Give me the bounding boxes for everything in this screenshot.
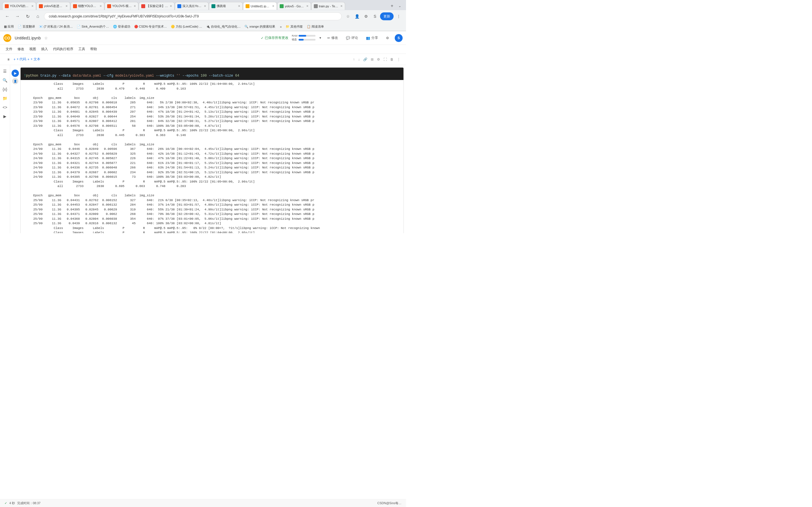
new-tab-button[interactable]: + (389, 2, 396, 10)
bookmark-item-11[interactable]: 📋阅读清单 (305, 24, 326, 29)
address-input[interactable] (44, 12, 342, 20)
comment-button[interactable]: 💬 评论 (344, 34, 360, 41)
move-up-button[interactable]: ↑ (352, 57, 356, 62)
back-button[interactable]: ← (3, 12, 11, 20)
menu-item-4[interactable]: 代码执行程序 (51, 46, 75, 53)
tab-tab5[interactable]: 【实验记录】… ✕ (139, 2, 174, 10)
profile-button[interactable]: 👤 (353, 12, 361, 20)
menu-item-1[interactable]: 修改 (15, 46, 27, 53)
bookmark-item-9[interactable]: » (277, 24, 283, 29)
search-icon[interactable]: 🔍 (1, 76, 9, 84)
link-button[interactable]: 🔗 (362, 57, 368, 62)
tab-tab7[interactable]: 佛跳墙 ✕ (209, 2, 243, 10)
ram-dropdown-button[interactable]: ▼ (319, 36, 322, 40)
bookmark-item-10[interactable]: 📁其他书签 (284, 24, 305, 29)
tab-close-tab10[interactable]: ✕ (340, 4, 343, 8)
tab-close-tab6[interactable]: ✕ (204, 4, 206, 8)
run-cell-button[interactable]: ▶ (11, 69, 19, 77)
cell-input[interactable]: !python train.py --data data/data.yaml -… (20, 68, 403, 80)
bookmark-icon-3: 📄 (77, 25, 81, 29)
cell-body: !python train.py --data data/data.yaml -… (20, 67, 404, 233)
tab-label-tab10: train.py - Te… (319, 4, 339, 8)
code-icon[interactable]: <> (1, 103, 9, 111)
tab-tab6[interactable]: 深入浅出Yo… ✕ (175, 2, 209, 10)
menu-item-5[interactable]: 工具 (76, 46, 87, 53)
disk-bar-outer (299, 39, 315, 41)
expand-button[interactable]: ⛶ (382, 57, 388, 62)
disk-label: 磁盘 (292, 38, 297, 41)
tab-tab9[interactable]: yolov5 - Go… ✕ (277, 2, 311, 10)
terminal-icon[interactable]: ▶ (1, 112, 9, 120)
bookmark-label-3: Sink_Arsenic的个… (82, 24, 109, 29)
settings-button[interactable]: ⚙ (384, 35, 391, 41)
bookmark-item-5[interactable]: 🔴CSDN-专业IT技术… (133, 24, 169, 29)
menu-button[interactable]: ⋮ (395, 12, 403, 20)
home-button[interactable]: ⌂ (34, 12, 42, 20)
settings2-button[interactable]: ⚙ (376, 57, 381, 62)
bookmark-label-7: 自动化_电气自动化… (211, 24, 241, 29)
tab-close-tab5[interactable]: ✕ (170, 4, 172, 8)
tab-favicon-tab7 (211, 4, 215, 8)
text-plus-icon: + (28, 57, 29, 61)
share-button[interactable]: 👥 分享 (364, 34, 380, 41)
bookmark-item-3[interactable]: 📄Sink_Arsenic的个… (75, 24, 110, 29)
add-text-button[interactable]: + + 文本 (28, 57, 40, 62)
bookmark-item-4[interactable]: 🌐登录成功 (111, 24, 132, 29)
menu-item-6[interactable]: 帮助 (88, 46, 99, 53)
bookmark-label-1: 百度翻译 (22, 24, 35, 29)
tab-tab4[interactable]: YOLOV5 模… ✕ (105, 2, 139, 10)
tab-close-tab3[interactable]: ✕ (100, 4, 102, 8)
bookmark-item-2[interactable]: 📧(7 封私信 / 24 条消… (37, 24, 74, 29)
variables-icon[interactable]: {x} (1, 86, 9, 93)
tab-list-button[interactable]: ⌄ (396, 2, 404, 10)
tab-close-tab2[interactable]: ✕ (65, 4, 68, 8)
move-down-button[interactable]: ↓ (357, 57, 361, 62)
tab-close-tab7[interactable]: ✕ (238, 4, 240, 8)
comment-icon: 💬 (346, 36, 350, 40)
google-account-button[interactable]: S (371, 12, 379, 20)
toc-icon[interactable]: ☰ (1, 67, 9, 75)
colab-logo: CO (3, 34, 11, 42)
menu-item-3[interactable]: 插入 (39, 46, 50, 53)
bookmark-button[interactable]: ☆ (344, 12, 352, 20)
more-button[interactable]: ⋮ (396, 57, 402, 62)
sidebar-toggle[interactable]: ≡ (4, 55, 12, 63)
view-button[interactable]: ⊞ (370, 57, 375, 62)
edit-icon: ✏ (327, 36, 330, 40)
tab-close-tab8[interactable]: ✕ (272, 4, 274, 8)
reload-button[interactable]: ↻ (24, 12, 32, 20)
tab-tab10[interactable]: train.py - Te… ✕ (311, 2, 345, 10)
add-code-button[interactable]: + + 代码 (13, 57, 26, 62)
menu-item-0[interactable]: 文件 (3, 46, 15, 53)
files-icon[interactable]: 📁 (1, 94, 9, 102)
delete-button[interactable]: 🗑 (389, 57, 395, 62)
browser-chrome: YOLOV5的… ✕ yolov5改进… ✕ 细数YOLO… ✕ YOLOV5 … (0, 0, 406, 31)
menu-item-2[interactable]: 视图 (27, 46, 38, 53)
tab-tab1[interactable]: YOLOV5的… ✕ (2, 2, 36, 10)
tab-favicon-tab2 (39, 4, 43, 8)
tab-close-tab9[interactable]: ✕ (306, 4, 308, 8)
star-button[interactable]: ☆ (44, 36, 48, 40)
tab-close-tab4[interactable]: ✕ (134, 4, 136, 8)
bookmark-icon-11: 📋 (307, 25, 311, 29)
forward-button[interactable]: → (13, 12, 21, 20)
bookmark-item-1[interactable]: 📄百度翻译 (16, 24, 37, 29)
bookmark-item-0[interactable]: ▦应用 (2, 24, 15, 29)
tab-tab2[interactable]: yolov5改进… ✕ (36, 2, 70, 10)
tab-close-tab1[interactable]: ✕ (31, 4, 34, 8)
tab-tab3[interactable]: 细数YOLO… ✕ (70, 2, 104, 10)
ram-disk-indicator: RAM 磁盘 (292, 34, 315, 41)
user-avatar[interactable]: S (395, 34, 403, 42)
tab-favicon-tab8 (246, 4, 250, 8)
save-check-icon: ✓ (261, 36, 264, 40)
tab-favicon-tab9 (280, 4, 284, 8)
bookmark-item-8[interactable]: 🔍xrange 的搜索结果 (243, 24, 277, 29)
update-button[interactable]: 更新 (380, 12, 394, 20)
extensions-button[interactable]: ⚙ (362, 12, 370, 20)
tab-tab8[interactable]: Untitled1.ip… ✕ (243, 2, 277, 10)
ram-bar-outer (299, 35, 315, 37)
edit-button[interactable]: ✏ 修改 (325, 34, 340, 41)
bookmark-item-6[interactable]: 🟡力扣 (LeetCode) … (169, 24, 204, 29)
tab-favicon-tab3 (73, 4, 77, 8)
bookmark-item-7[interactable]: 🔌自动化_电气自动化… (204, 24, 242, 29)
